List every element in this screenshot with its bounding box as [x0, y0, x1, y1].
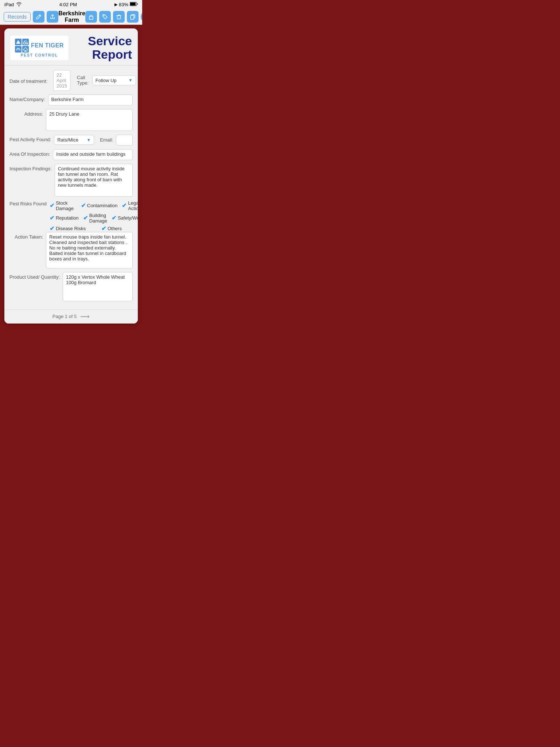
svg-point-7	[26, 43, 28, 44]
checkbox-contamination[interactable]: ✔ Contamination	[81, 200, 118, 211]
pest-email-row: Pest Activity Found: Rats/Mice ▼ Email:	[9, 135, 133, 146]
checkmark-icon: ✔	[122, 202, 127, 209]
findings-row: Inspection Findings: Continued mouse act…	[9, 164, 133, 197]
company-logo: FEN TIGER PEST CONTROL	[10, 36, 69, 60]
checkbox-row-2: ✔ Reputation ✔ Building Damage ✔ Safety/…	[50, 213, 138, 224]
checkbox-stock-damage[interactable]: ✔ Stock Damage	[50, 200, 77, 211]
pest-chevron-icon: ▼	[86, 138, 91, 143]
status-left: iPad	[4, 2, 22, 7]
checkbox-safety-welfare[interactable]: ✔ Safety/Welfare	[112, 213, 138, 224]
checkbox-label-stock-damage: Stock Damage	[56, 200, 77, 211]
location-icon: ▶	[114, 2, 117, 7]
add-button[interactable]: +	[141, 11, 142, 23]
area-row: Area Of Inspection: Inside and outside f…	[9, 149, 133, 160]
address-label: Address:	[9, 109, 46, 117]
findings-label: Inspection Findings:	[9, 164, 55, 172]
svg-rect-9	[25, 50, 26, 51]
nav-title: Berkshire Farm	[58, 10, 85, 23]
action-label: Action Taken:	[9, 232, 46, 240]
checkmark-icon: ✔	[101, 225, 106, 232]
checkbox-label-reputation: Reputation	[56, 215, 79, 221]
logo-name: FEN TIGER	[31, 42, 64, 49]
share-button[interactable]	[47, 11, 58, 23]
logo-cell-tractor	[22, 39, 29, 45]
form-card: FEN TIGER PEST CONTROL ServiceReport Dat…	[4, 28, 138, 324]
copy-button[interactable]	[127, 11, 139, 23]
checkmark-icon: ✔	[112, 214, 116, 221]
time-display: 4:02 PM	[59, 2, 77, 7]
date-label: Date of treatment:	[9, 76, 50, 85]
product-input[interactable]: 120g x Vertox Whole Wheat 100g Bromard	[63, 272, 133, 301]
address-row: Address: 25 Drury Lane	[9, 109, 133, 131]
checkbox-disease-risks[interactable]: ✔ Disease Risks	[50, 225, 97, 232]
chevron-down-icon: ▼	[128, 78, 133, 83]
area-input[interactable]: Inside and outside farm buildings	[53, 149, 133, 160]
product-label: Product Used/ Quantity:	[9, 272, 63, 280]
form-header: FEN TIGER PEST CONTROL ServiceReport	[4, 28, 138, 66]
checkmark-icon: ✔	[83, 214, 88, 221]
checkbox-label-safety-welfare: Safety/Welfare	[118, 215, 138, 221]
battery-icon	[130, 2, 138, 7]
nav-left-group: Records	[4, 11, 58, 23]
email-label: Email:	[100, 137, 113, 143]
trash-button[interactable]	[113, 11, 125, 23]
logo-cell-house	[22, 46, 29, 53]
checkbox-label-contamination: Contamination	[87, 203, 118, 208]
tag-button[interactable]	[99, 11, 111, 23]
pest-activity-select[interactable]: Rats/Mice ▼	[54, 135, 94, 145]
svg-rect-5	[131, 15, 134, 19]
name-input[interactable]: Berkshire Farm	[48, 94, 133, 105]
edit-button[interactable]	[33, 11, 44, 23]
checkbox-row-3: ✔ Disease Risks ✔ Others	[50, 225, 138, 232]
svg-point-8	[17, 49, 19, 50]
name-row: Name/Company: Berkshire Farm	[9, 94, 133, 105]
action-row: Action Taken: Reset mouse traps inside f…	[9, 232, 133, 268]
checkbox-reputation[interactable]: ✔ Reputation	[50, 213, 79, 224]
svg-rect-1	[130, 3, 136, 5]
pest-risks-section: Pest Risks Found ✔ Stock Damage ✔ Contam…	[9, 200, 133, 232]
checkbox-label-legal-action: Legal Action	[128, 200, 138, 211]
wifi-icon	[16, 2, 22, 7]
logo-icon-grid	[15, 39, 29, 53]
date-calltype-row: Date of treatment: 22 April 2015 Call Ty…	[9, 70, 133, 91]
logo-sub: PEST CONTROL	[21, 53, 58, 57]
checkbox-legal-action[interactable]: ✔ Legal Action	[122, 200, 138, 211]
edit-icon	[36, 14, 42, 20]
logo-cell-mountains	[15, 39, 22, 45]
share-icon	[50, 14, 55, 20]
name-label: Name/Company:	[9, 94, 48, 103]
checkbox-building-damage[interactable]: ✔ Building Damage	[83, 213, 107, 224]
checkbox-label-others: Others	[108, 226, 122, 231]
navigation-bar: Records Berkshire Farm	[0, 9, 142, 25]
form-body: Date of treatment: 22 April 2015 Call Ty…	[4, 66, 138, 309]
lock-button[interactable]	[85, 11, 97, 23]
svg-point-6	[23, 42, 26, 44]
address-input[interactable]: 25 Drury Lane	[46, 109, 133, 131]
checkbox-others[interactable]: ✔ Others	[101, 225, 138, 232]
checkmark-icon: ✔	[81, 202, 86, 209]
svg-point-4	[103, 15, 104, 16]
next-page-arrow[interactable]: ⟶	[80, 313, 90, 321]
checkmark-icon: ✔	[50, 202, 54, 209]
checkbox-row-1: ✔ Stock Damage ✔ Contamination ✔ Legal A…	[50, 200, 138, 211]
svg-rect-2	[137, 3, 137, 5]
pest-risks-label: Pest Risks Found	[9, 200, 50, 207]
findings-input[interactable]: Continued mouse activity inside fan tunn…	[55, 164, 133, 197]
form-footer: Page 1 of 5 ⟶	[4, 309, 138, 324]
copy-icon	[130, 14, 136, 20]
nav-right-group: +	[85, 11, 142, 23]
checkboxes-grid: ✔ Stock Damage ✔ Contamination ✔ Legal A…	[50, 200, 138, 232]
call-type-value: Follow Up	[96, 78, 117, 83]
email-input[interactable]	[116, 135, 133, 146]
action-input[interactable]: Reset mouse traps inside fan tunnel. Cle…	[46, 232, 133, 268]
date-input[interactable]: 22 April 2015	[53, 70, 70, 91]
checkbox-label-disease-risks: Disease Risks	[56, 226, 86, 231]
records-button[interactable]: Records	[4, 12, 31, 22]
pest-activity-value: Rats/Mice	[57, 137, 78, 143]
product-row: Product Used/ Quantity: 120g x Vertox Wh…	[9, 272, 133, 301]
call-type-select[interactable]: Follow Up ▼	[92, 76, 136, 85]
checkbox-label-building-damage: Building Damage	[89, 213, 107, 224]
main-content: FEN TIGER PEST CONTROL ServiceReport Dat…	[0, 25, 142, 327]
status-bar: iPad 4:02 PM ▶ 83%	[0, 0, 142, 9]
svg-rect-3	[89, 16, 93, 19]
